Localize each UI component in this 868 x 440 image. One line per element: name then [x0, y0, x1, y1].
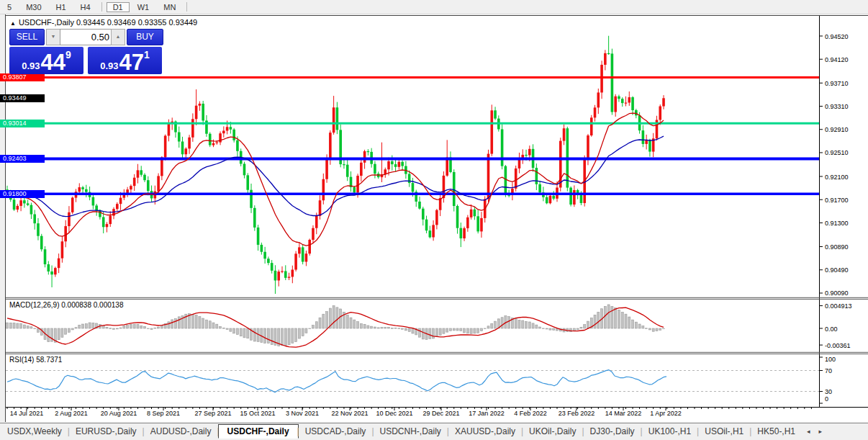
chart-symbol-label: USDCHF-,Daily — [19, 18, 74, 27]
buy-price-prefix: 0.93 — [100, 60, 118, 71]
tab-uk100-h1[interactable]: UK100-,H1 — [641, 425, 698, 438]
tab-xauusd-daily[interactable]: XAUUSD-,Daily — [448, 425, 523, 438]
macd-value-signal: 0.000138 — [94, 301, 124, 309]
sell-price-prefix: 0.93 — [22, 60, 40, 71]
symbol-tabs-bar: USDX,Weekly|EURUSD-,Daily|AUDUSD-,Daily|… — [0, 423, 868, 439]
tab-usdchf-daily[interactable]: USDCHF-,Daily — [218, 424, 299, 439]
buy-price-big: 47 — [119, 50, 144, 74]
tab-dj30-daily[interactable]: DJ30-,Daily — [583, 425, 642, 438]
buy-button[interactable]: BUY — [127, 29, 163, 45]
macd-value-main: 0.000838 — [61, 301, 91, 309]
ohlc-open: 0.93445 — [76, 18, 105, 27]
buy-price-pip: 1 — [144, 49, 150, 60]
tab-usdx-weekly[interactable]: USDX,Weekly — [0, 425, 69, 438]
ohlc-low: 0.93355 — [138, 18, 167, 27]
ohlc-high: 0.93469 — [107, 18, 136, 27]
tab-audusd-daily[interactable]: AUDUSD-,Daily — [143, 425, 219, 438]
volume-decrease-button[interactable]: ▼ — [46, 29, 60, 45]
tab-ukoil-daily[interactable]: UKOil-,Daily — [522, 425, 583, 438]
tab-eurusd-daily[interactable]: EURUSD-,Daily — [68, 425, 144, 438]
triangle-down-icon: ▼ — [51, 34, 56, 39]
sell-price-pip: 9 — [65, 49, 71, 60]
buy-price-box[interactable]: 0.93 47 1 — [88, 47, 162, 74]
chart-title: ▲USDCHF-,Daily 0.93445 0.93469 0.93355 0… — [10, 18, 197, 27]
triangle-up-icon: ▲ — [116, 34, 121, 39]
trade-panel-toggle-icon[interactable]: ▲ — [10, 20, 16, 27]
sell-price-big: 44 — [41, 50, 65, 74]
macd-indicator-label: MACD(12,26,9) 0.000838 0.000138 — [9, 301, 123, 309]
tab-usdcad-daily[interactable]: USDCAD-,Daily — [298, 425, 374, 438]
tab-usoil-h1[interactable]: USOil-,H1 — [697, 425, 751, 438]
volume-input[interactable]: 0.50 — [60, 29, 114, 45]
one-click-trade-panel: SELL ▼ 0.50 ▲ BUY 0.93 44 9 0.93 47 1 — [9, 29, 163, 74]
ohlc-close: 0.93449 — [168, 18, 197, 27]
tab-usdcnh-daily[interactable]: USDCNH-,Daily — [373, 425, 448, 438]
sell-price-box[interactable]: 0.93 44 9 — [9, 47, 83, 74]
sell-button[interactable]: SELL — [9, 29, 45, 45]
tabs-scroll-right-icon[interactable]: ▸ — [815, 428, 827, 435]
volume-increase-button[interactable]: ▲ — [111, 29, 125, 45]
rsi-value: 58.7371 — [36, 356, 62, 364]
tabs-scroll-left-icon[interactable]: ◂ — [803, 428, 815, 435]
tab-hk50-h1[interactable]: HK50-,H1 — [750, 425, 803, 438]
rsi-indicator-label: RSI(14) 58.7371 — [9, 356, 62, 364]
